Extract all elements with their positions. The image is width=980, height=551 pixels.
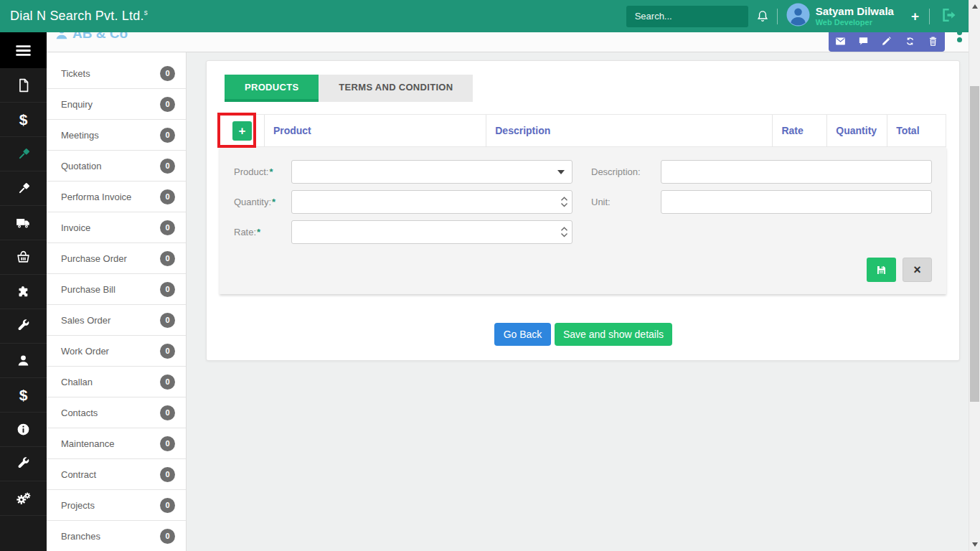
sidebar-item-info[interactable] [0,413,47,447]
sidebar-item-settings[interactable] [0,481,47,516]
dollar-icon: $ [19,387,28,404]
user-role: Web Developer [816,18,894,27]
save-and-show-details-button[interactable]: Save and show details [555,323,672,346]
gavel-icon [16,181,32,197]
delete-button[interactable] [924,33,943,49]
rate-field-label: Rate:* [234,220,260,244]
edit-button[interactable] [877,33,896,49]
scroll-down-arrow-icon[interactable] [972,542,978,547]
wrench-icon [16,319,31,334]
nav-item-performa-invoice[interactable]: Performa Invoice0 [47,182,186,212]
nav-item-label: Sales Order [61,315,110,326]
nav-item-contract[interactable]: Contract0 [47,459,186,490]
tab-terms-and-condition[interactable]: TERMS AND CONDITION [319,75,473,102]
search-input[interactable] [626,6,748,27]
chat-button[interactable] [854,33,873,49]
trash-icon [927,35,939,47]
nav-item-enquiry[interactable]: Enquiry0 [47,89,186,120]
nav-item-label: Invoice [61,222,90,233]
column-header-rate: Rate [773,115,827,146]
avatar-person-icon [786,3,810,27]
description-input-wrap [661,160,932,184]
add-product-button[interactable]: + [232,121,252,141]
sidebar-item-tools[interactable] [0,447,47,481]
tab-products[interactable]: PRODUCTS [225,75,319,102]
label-text: Quantity: [234,197,271,207]
sidebar-item-auctions[interactable] [0,171,47,206]
user-info[interactable]: Satyam Dilwala Web Developer [816,6,894,27]
nav-item-label: Purchase Order [61,253,127,264]
nav-item-invoice[interactable]: Invoice0 [47,212,186,243]
user-avatar[interactable] [786,3,810,29]
nav-item-sales-order[interactable]: Sales Order0 [47,305,186,336]
sidebar-item-users[interactable] [0,344,47,378]
nav-item-meetings[interactable]: Meetings0 [47,120,186,151]
label-text: Rate: [234,227,256,237]
quantity-input[interactable] [291,190,573,214]
rate-input-wrap [291,220,573,244]
count-badge: 0 [160,313,175,328]
description-input[interactable] [661,160,932,184]
person-icon [54,32,70,42]
sidebar-item-sales[interactable]: $ [0,103,47,137]
count-badge: 0 [160,66,175,81]
nav-item-label: Branches [61,531,100,542]
nav-item-projects[interactable]: Projects0 [47,490,186,521]
unit-input-wrap [661,190,932,214]
page-scrollbar[interactable] [969,0,980,551]
nav-item-work-order[interactable]: Work Order0 [47,336,186,367]
nav-item-contacts[interactable]: Contacts0 [47,397,186,428]
count-badge: 0 [160,220,175,235]
floppy-save-icon [875,264,887,276]
product-select[interactable] [291,160,573,184]
nav-item-label: Maintenance [61,438,114,449]
mail-icon [834,35,847,47]
logout-button[interactable] [930,6,961,27]
count-badge: 0 [160,159,175,174]
refresh-button[interactable] [900,33,919,49]
product-field-label: Product:* [234,160,273,184]
module-nav-panel: Tickets0 Enquiry0 Meetings0 Quotation0 P… [47,52,187,551]
notifications-button[interactable] [748,0,777,32]
nav-item-challan[interactable]: Challan0 [47,367,186,397]
sidebar-item-modules[interactable] [0,275,47,309]
nav-item-purchase-bill[interactable]: Purchase Bill0 [47,274,186,305]
nav-item-quotation[interactable]: Quotation0 [47,151,186,182]
nav-item-maintenance[interactable]: Maintenance0 [47,428,186,459]
quantity-input-wrap [291,190,573,214]
nav-item-label: Tickets [61,68,90,79]
dollar-icon: $ [19,111,28,128]
pdf-file-icon [16,77,32,93]
quick-add-button[interactable]: + [901,9,929,24]
sidebar-item-services[interactable] [0,309,47,344]
gavel-active-icon [16,146,32,162]
header-divider [777,9,778,24]
top-header: Dial N Search Pvt. Ltd.s Satyam Dilwala … [0,0,969,32]
scrollbar-thumb[interactable] [970,86,979,402]
sidebar-item-purchases[interactable] [0,240,47,275]
go-back-button[interactable]: Go Back [494,323,551,346]
scroll-up-arrow-icon[interactable] [972,4,978,9]
nav-item-label: Enquiry [61,99,93,110]
sidebar-item-finance[interactable]: $ [0,378,47,413]
nav-item-tickets[interactable]: Tickets0 [47,58,186,89]
more-options-menu[interactable] [957,32,963,44]
nav-item-branches[interactable]: Branches0 [47,521,186,551]
mail-button[interactable] [831,33,849,49]
nav-item-label: Contacts [61,408,98,418]
count-badge: 0 [160,344,175,359]
cancel-row-button[interactable]: × [903,258,932,282]
sidebar-item-documents[interactable] [0,68,47,103]
unit-input[interactable] [661,190,932,214]
rate-input[interactable] [291,220,573,244]
nav-item-label: Purchase Bill [61,284,116,295]
nav-item-label: Challan [61,377,93,387]
sidebar-item-delivery[interactable] [0,206,47,240]
save-row-button[interactable] [867,258,896,282]
user-icon [16,353,31,368]
add-row-cell: + [220,115,265,146]
sidebar-item-deals-active[interactable] [0,137,47,171]
sidebar-toggle[interactable] [0,32,47,68]
nav-item-purchase-order[interactable]: Purchase Order0 [47,243,186,274]
refresh-icon [904,35,916,47]
